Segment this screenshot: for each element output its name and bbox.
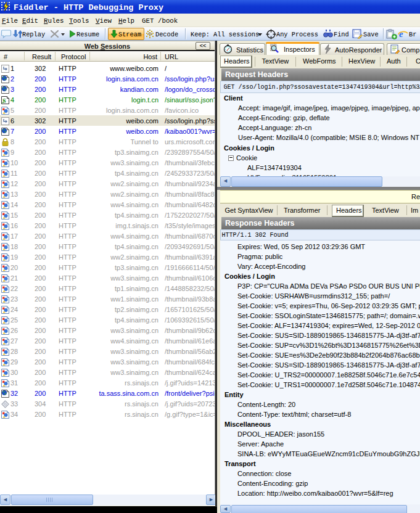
svg-text:e: e: [399, 29, 403, 39]
